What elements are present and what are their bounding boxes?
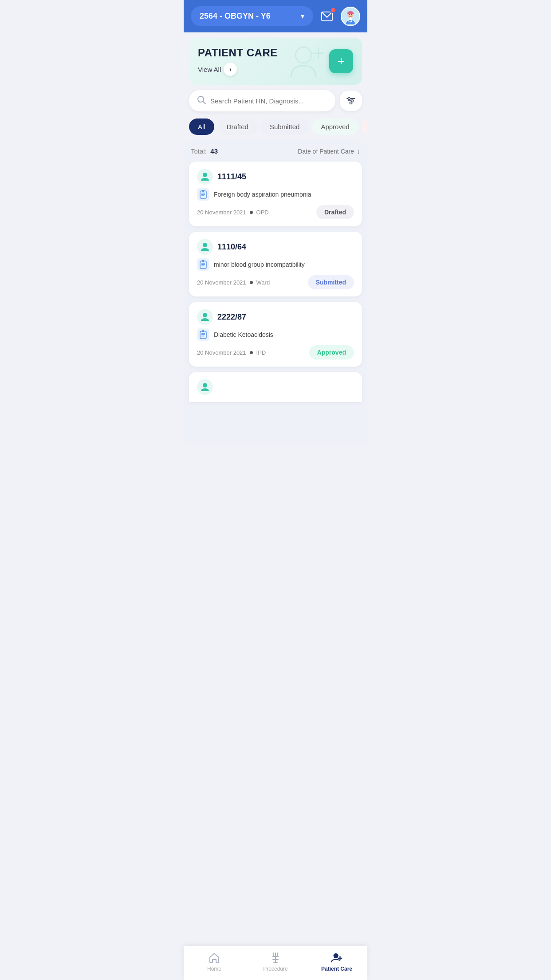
patient-care-banner: PATIENT CARE View All › + [189, 38, 362, 85]
patient-card-partial[interactable] [189, 372, 362, 402]
patient-date-1: 20 November 2021 [197, 279, 246, 286]
patient-ward-1: Ward [256, 279, 270, 286]
department-title: 2564 - OBGYN - Y6 [200, 12, 296, 21]
patient-icon-2 [197, 309, 213, 325]
patient-date-0: 20 November 2021 [197, 209, 246, 216]
patient-hn-1: 1110/64 [217, 242, 246, 252]
patient-icon-1 [197, 239, 213, 255]
view-all-button[interactable]: View All › [198, 63, 278, 76]
total-row: Total: 43 Date of Patient Care ↓ [189, 147, 362, 155]
diagnosis-icon-2 [197, 328, 209, 341]
svg-point-5 [350, 20, 352, 22]
patient-hn-2: 2222/87 [217, 312, 246, 322]
dot-separator-1 [250, 281, 253, 284]
patient-date-2: 20 November 2021 [197, 349, 246, 356]
card-date-ward-2: 20 November 2021 IPD [197, 349, 266, 356]
search-row [184, 90, 367, 111]
banner-title: PATIENT CARE [198, 47, 278, 59]
sort-label: Date of Patient Care [298, 148, 354, 155]
view-all-label: View All [198, 66, 221, 73]
patient-card-1[interactable]: 1110/64 minor blood group incompatibilit… [189, 232, 362, 296]
patient-hn-0: 1111/45 [217, 172, 246, 182]
total-text: Total: [191, 147, 207, 155]
patient-diagnosis-0: Foreign body aspiration pneumonia [214, 190, 311, 198]
sort-button[interactable]: Date of Patient Care ↓ [298, 147, 360, 155]
department-dropdown[interactable]: 2564 - OBGYN - Y6 ▾ [191, 6, 313, 26]
patient-icon-0 [197, 169, 213, 185]
tab-rejected[interactable]: Rejected [362, 119, 367, 135]
svg-point-18 [350, 102, 352, 104]
arrow-right-icon: › [229, 66, 232, 73]
patient-diagnosis-1: minor blood group incompatibility [214, 261, 305, 269]
avatar[interactable] [341, 7, 360, 26]
sort-icon: ↓ [357, 147, 360, 155]
dot-separator-2 [250, 351, 253, 354]
add-person-icon [287, 43, 327, 80]
svg-point-8 [295, 47, 311, 63]
svg-point-17 [351, 100, 354, 102]
plus-icon: + [338, 55, 345, 67]
tab-drafted[interactable]: Drafted [218, 119, 257, 135]
tab-submitted[interactable]: Submitted [261, 119, 309, 135]
search-input[interactable] [210, 97, 327, 105]
patient-card-2[interactable]: 2222/87 Diabetic Ketoacidosis 20 Novembe… [189, 302, 362, 367]
search-bar [189, 90, 335, 111]
tab-approved[interactable]: Approved [312, 119, 358, 135]
filter-button[interactable] [340, 91, 362, 111]
svg-point-31 [203, 313, 207, 317]
svg-rect-7 [349, 18, 352, 20]
banner-content: PATIENT CARE View All › [198, 47, 278, 76]
patient-diagnosis-2: Diabetic Ketoacidosis [214, 331, 273, 339]
svg-rect-36 [202, 330, 204, 332]
patient-icon-partial [197, 379, 213, 395]
view-all-arrow-button[interactable]: › [224, 63, 237, 76]
notification-badge [330, 7, 336, 13]
status-badge-0: Drafted [316, 205, 354, 219]
card-date-ward-0: 20 November 2021 OPD [197, 209, 269, 216]
diagnosis-icon-1 [197, 258, 209, 271]
header-icons [319, 7, 360, 26]
patient-ward-2: IPD [256, 349, 266, 356]
filter-tabs: All Drafted Submitted Approved Rejected [184, 115, 367, 138]
dot-separator-0 [250, 211, 253, 214]
svg-point-16 [348, 98, 350, 100]
svg-point-25 [203, 243, 207, 247]
header: 2564 - OBGYN - Y6 ▾ [184, 0, 367, 32]
svg-point-37 [203, 383, 207, 387]
add-patient-button[interactable]: + [329, 49, 353, 73]
total-number: 43 [210, 147, 218, 155]
tab-all[interactable]: All [189, 119, 214, 135]
status-badge-1: Submitted [308, 275, 354, 289]
svg-rect-30 [202, 260, 204, 262]
svg-point-19 [203, 173, 207, 177]
diagnosis-icon-0 [197, 188, 209, 201]
list-area: Total: 43 Date of Patient Care ↓ 1111/45 [184, 140, 367, 445]
search-icon [197, 95, 206, 106]
patient-card-0[interactable]: 1111/45 Foreign body aspiration pneumoni… [189, 162, 362, 226]
mail-button[interactable] [319, 8, 335, 25]
total-count-label: Total: 43 [191, 147, 218, 155]
card-date-ward-1: 20 November 2021 Ward [197, 279, 270, 286]
svg-line-12 [203, 102, 206, 104]
chevron-down-icon: ▾ [301, 12, 304, 20]
svg-rect-24 [202, 190, 204, 192]
patient-ward-0: OPD [256, 209, 269, 216]
status-badge-2: Approved [309, 345, 354, 360]
